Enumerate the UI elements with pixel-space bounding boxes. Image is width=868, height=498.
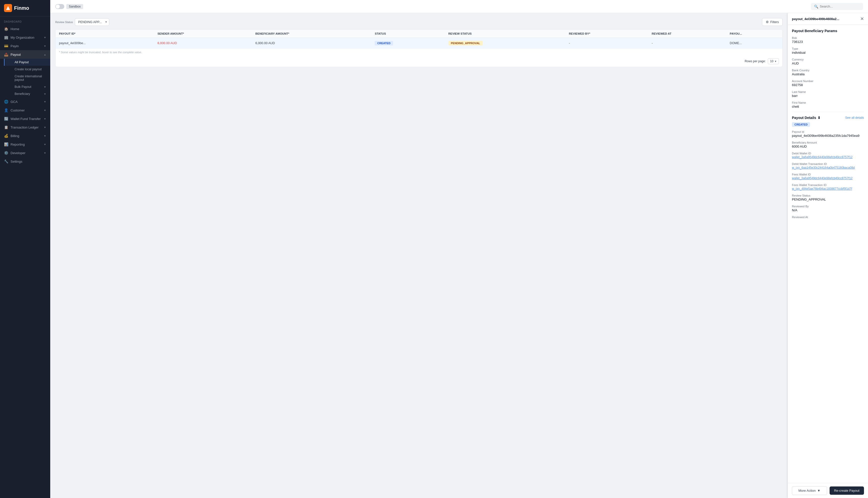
payin-icon: 💳 — [4, 44, 8, 48]
content-main: Review Status PENDING APP... APPROVED RE… — [50, 13, 868, 498]
bank-country-value: Australia — [792, 72, 864, 76]
home-icon: 🏠 — [4, 27, 8, 31]
chevron-icon: ▼ — [44, 86, 46, 88]
ledger-icon: 📋 — [4, 125, 8, 129]
download-icon[interactable]: ⬇ — [817, 116, 820, 120]
sidebar-item-developer[interactable]: ⚙️ Developer ▼ — [0, 148, 50, 157]
developer-icon: ⚙️ — [4, 151, 8, 155]
sidebar-item-label-org: My Organization — [11, 36, 35, 39]
sidebar-item-customer[interactable]: 👤 Customer ▼ — [0, 106, 50, 115]
cell-reviewed-by: - — [565, 38, 648, 49]
col-payout-extra: PAYOU... — [726, 30, 782, 38]
sandbox-badge: Sandbox — [66, 4, 83, 9]
panel-footer: More Action ▼ Re-create Payout — [788, 483, 868, 498]
env-toggle-wrap: Sandbox — [55, 4, 83, 9]
cell-sender-amount: 6,000.00 AUD — [154, 38, 252, 49]
field-payout-id: Payout Id payout_4el309be499b4608a235fc1… — [792, 130, 864, 137]
fees-wallet-txn-value[interactable]: w_txn_484e5ae76b494ac1838677ccbf5f1d7f — [792, 187, 864, 191]
account-number-label: Account Number — [792, 80, 864, 82]
panel-body: Payout Beneficiary Params Bsb 736123 Typ… — [788, 25, 868, 483]
last-name-label: Last Name — [792, 90, 864, 93]
search-input[interactable] — [820, 4, 860, 8]
chevron-icon: ▼ — [44, 117, 46, 120]
payout-details-header: Payout Details ⬇ See all details — [792, 116, 864, 120]
billing-icon: 💰 — [4, 134, 8, 138]
sidebar-item-beneficiary[interactable]: Beneficiary ▼ — [4, 90, 50, 97]
env-toggle[interactable] — [55, 4, 64, 9]
panel-title: payout_4el309be499b4608a2... — [792, 17, 839, 21]
sidebar-item-reporting[interactable]: 📊 Reporting ▼ — [0, 140, 50, 148]
review-status-value: PENDING_APPROVAL — [792, 198, 864, 201]
reviewed-by-label: Reviewed By — [792, 205, 864, 208]
col-reviewed-at: REVIEWED AT — [648, 30, 726, 38]
payout-table: PAYOUT ID* SENDER AMOUNT* BENEFICIARY AM… — [55, 29, 782, 67]
content-inner: Review Status PENDING APP... APPROVED RE… — [50, 13, 788, 498]
field-fees-wallet-txn: Fees Wallet Transaction ID w_txn_484e5ae… — [792, 183, 864, 191]
sidebar-item-home[interactable]: 🏠 Home — [0, 25, 50, 33]
sidebar-item-label-settings: Settings — [11, 160, 22, 163]
sidebar-item-my-organization[interactable]: 🏢 My Organization ▼ — [0, 33, 50, 42]
rows-per-page-select-wrapper: 10 25 50 ▼ — [768, 58, 779, 64]
recreate-payout-button[interactable]: Re-create Payout — [830, 486, 864, 495]
sidebar-item-label-payout: Payout — [11, 53, 21, 56]
col-reviewed-by: REVIEWED BY* — [565, 30, 648, 38]
sidebar: Finmo DASHBOARD 🏠 Home 🏢 My Organization… — [0, 0, 50, 498]
cell-beneficiary-amount: 6,000.00 AUD — [252, 38, 372, 49]
first-name-label: First Name — [792, 101, 864, 104]
field-debit-wallet-txn: Debit Wallet Transaction ID w_txn_6aa145… — [792, 162, 864, 169]
sidebar-item-settings[interactable]: 🔧 Settings — [0, 157, 50, 166]
sidebar-item-payout[interactable]: 📤 Payout ▲ — [0, 50, 50, 59]
fees-wallet-id-value[interactable]: wallet_3a6a9549dc6440e98efcb49cc8757f12 — [792, 176, 864, 180]
col-payout-id: PAYOUT ID* — [55, 30, 154, 38]
review-status-label: Review Status — [792, 194, 864, 197]
chevron-icon: ▼ — [44, 45, 46, 48]
sidebar-item-label-developer: Developer — [11, 151, 25, 155]
rows-per-page-select[interactable]: 10 25 50 — [768, 58, 779, 64]
bsb-value: 736123 — [792, 40, 864, 44]
sidebar-item-create-international-payout[interactable]: Create international payout — [4, 73, 50, 83]
field-debit-wallet-id: Debit Wallet ID wallet_3a6a9549dc6440e98… — [792, 152, 864, 159]
bank-country-label: Bank Country — [792, 69, 864, 72]
col-review-status: REVIEW STATUS — [445, 30, 565, 38]
debit-wallet-txn-value[interactable]: w_txn_6aa145e30c244164a0b475180baca08d — [792, 166, 864, 169]
payout-submenu: All Payout Create local payout Create in… — [0, 59, 50, 97]
beneficiary-amount-label: Beneficiary Amount — [792, 141, 864, 144]
debit-wallet-id-value[interactable]: wallet_3a6a9549dc6440e98efcb49cc8757f12 — [792, 155, 864, 159]
cell-review-status: PENDING_APPROVAL — [445, 38, 565, 49]
close-icon[interactable]: ✕ — [860, 16, 864, 21]
filters-button[interactable]: ⚙ Filters — [762, 18, 782, 26]
side-panel: payout_4el309be499b4608a2... ✕ Payout Be… — [788, 13, 868, 498]
field-currency: Currency AUD — [792, 58, 864, 65]
chevron-icon: ▼ — [44, 126, 46, 129]
reviewed-by-value: N/A — [792, 208, 864, 212]
wallet-icon: 🔄 — [4, 117, 8, 121]
fees-wallet-id-label: Fees Wallet ID — [792, 173, 864, 176]
field-first-name: First Name chett — [792, 101, 864, 108]
table-row[interactable]: payout_4el309be... 6,000.00 AUD 6,000.00… — [55, 38, 782, 49]
sidebar-item-label-billing: Billing — [11, 134, 20, 138]
rows-per-page-label: Rows per page: — [745, 60, 766, 63]
sidebar-item-label-home: Home — [11, 27, 20, 31]
debit-wallet-txn-label: Debit Wallet Transaction ID — [792, 162, 864, 166]
reviewed-at-label: Reviewed At — [792, 215, 864, 219]
more-action-button[interactable]: More Action ▼ — [792, 486, 827, 495]
sidebar-item-gca[interactable]: 🌐 GCA ▼ — [0, 97, 50, 106]
sidebar-item-billing[interactable]: 💰 Billing ▼ — [0, 132, 50, 140]
status-select[interactable]: PENDING APP... APPROVED REJECTED — [75, 18, 109, 26]
sidebar-item-payin[interactable]: 💳 Payin ▼ — [0, 42, 50, 50]
cell-payout-id: payout_4el309be... — [55, 38, 154, 49]
sidebar-item-label-gca: GCA — [11, 100, 17, 104]
logo: Finmo — [0, 0, 50, 16]
col-sender-amount: SENDER AMOUNT* — [154, 30, 252, 38]
sidebar-item-bulk-payout[interactable]: Bulk Payout ▼ — [4, 83, 50, 90]
sidebar-item-create-local-payout[interactable]: Create local payout — [4, 66, 50, 73]
sidebar-item-wallet-fund-transfer[interactable]: 🔄 Wallet Fund Transfer ▼ — [0, 115, 50, 123]
first-name-value: chett — [792, 105, 864, 108]
sidebar-item-all-payout[interactable]: All Payout — [4, 59, 50, 66]
status-chip: CREATED — [792, 122, 810, 127]
beneficiary-amount-value: 6000 AUD — [792, 145, 864, 148]
panel-header: payout_4el309be499b4608a2... ✕ — [788, 13, 868, 25]
sidebar-item-transaction-ledger[interactable]: 📋 Transaction Ledger ▼ — [0, 123, 50, 132]
see-all-details-link[interactable]: See all details — [845, 116, 864, 119]
field-beneficiary-amount: Beneficiary Amount 6000 AUD — [792, 141, 864, 148]
